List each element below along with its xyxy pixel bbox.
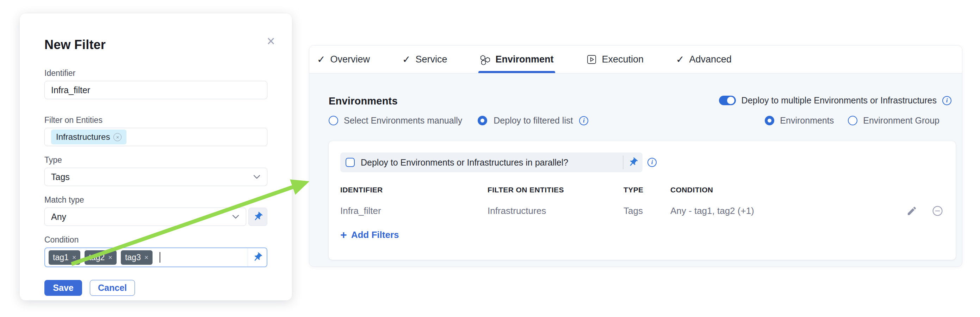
environments-heading: Environments bbox=[329, 95, 398, 107]
multi-env-toggle-label: Deploy to multiple Environments or Infra… bbox=[741, 95, 937, 106]
chevron-down-icon bbox=[232, 214, 240, 219]
radio-deploy-filtered[interactable]: Deploy to filtered list i bbox=[478, 115, 588, 126]
radio-environment-group[interactable]: Environment Group bbox=[848, 115, 940, 126]
filter-table-row: Infra_filter Infrastructures Tags Any - … bbox=[340, 205, 943, 216]
tab-label: Overview bbox=[330, 54, 370, 65]
match-type-select[interactable]: Any bbox=[45, 208, 246, 226]
tab-label: Environment bbox=[496, 54, 554, 65]
identifier-input[interactable]: Infra_filter bbox=[45, 81, 267, 99]
match-type-value: Any bbox=[51, 212, 66, 222]
cancel-button[interactable]: Cancel bbox=[90, 280, 135, 296]
tab-execution[interactable]: Execution bbox=[586, 46, 644, 73]
tab-environment[interactable]: Environment bbox=[480, 46, 554, 73]
type-select[interactable]: Tags bbox=[45, 168, 267, 186]
col-header-filter-on-entities: FILTER ON ENTITIES bbox=[488, 186, 624, 194]
entity-chip: Infrastructures × bbox=[51, 130, 126, 144]
radio-circle bbox=[329, 116, 338, 125]
chevron-down-icon bbox=[253, 175, 261, 179]
tab-advanced[interactable]: ✓ Advanced bbox=[676, 46, 732, 73]
type-value: Tags bbox=[51, 172, 70, 182]
tab-service[interactable]: ✓ Service bbox=[402, 46, 447, 73]
cell-type: Tags bbox=[624, 205, 670, 216]
radio-environments[interactable]: Environments bbox=[765, 115, 834, 126]
edit-filter-icon[interactable] bbox=[906, 205, 917, 216]
tab-label: Execution bbox=[602, 54, 644, 65]
identifier-value: Infra_filter bbox=[51, 85, 90, 95]
add-filters-label: Add Filters bbox=[351, 229, 399, 240]
tag-label: tag2 bbox=[89, 253, 105, 262]
col-header-type: TYPE bbox=[624, 186, 670, 194]
pin-icon bbox=[625, 155, 640, 170]
tag-remove-icon[interactable]: × bbox=[72, 254, 76, 261]
radio-select-manually[interactable]: Select Environments manually bbox=[329, 115, 462, 126]
radio-circle bbox=[478, 116, 487, 125]
execution-icon bbox=[586, 54, 597, 65]
check-icon: ✓ bbox=[402, 54, 410, 65]
add-filters-button[interactable]: + Add Filters bbox=[340, 229, 399, 240]
condition-label: Condition bbox=[45, 235, 267, 245]
cell-identifier: Infra_filter bbox=[340, 205, 488, 216]
environment-tab-content: Environments Deploy to multiple Environm… bbox=[309, 74, 962, 260]
pipeline-stage-panel: ✓ Overview ✓ Service Environment Executi… bbox=[309, 45, 963, 267]
type-label: Type bbox=[45, 155, 267, 165]
condition-tag: tag1 × bbox=[49, 250, 80, 265]
parallel-checkbox-label: Deploy to Environments or Infrastructure… bbox=[361, 157, 568, 168]
info-icon[interactable]: i bbox=[579, 116, 588, 125]
environment-icon bbox=[480, 54, 491, 65]
condition-input[interactable]: tag1 × tag2 × tag3 × bbox=[45, 247, 267, 267]
parallel-checkbox[interactable] bbox=[345, 158, 355, 167]
tab-label: Advanced bbox=[689, 54, 732, 65]
close-icon[interactable]: × bbox=[264, 34, 278, 48]
tab-label: Service bbox=[415, 54, 447, 65]
condition-tag: tag2 × bbox=[84, 250, 116, 265]
new-filter-modal: × New Filter Identifier Infra_filter Fil… bbox=[20, 13, 292, 300]
modal-title: New Filter bbox=[45, 37, 267, 52]
parallel-pin-button[interactable] bbox=[624, 152, 643, 172]
toggle-knob bbox=[727, 97, 735, 104]
info-icon[interactable]: i bbox=[648, 158, 657, 167]
stage-tabbar: ✓ Overview ✓ Service Environment Executi… bbox=[309, 46, 962, 74]
tag-label: tag1 bbox=[53, 253, 69, 262]
match-type-pin-button[interactable] bbox=[248, 208, 267, 226]
text-cursor bbox=[159, 252, 160, 263]
radio-label: Environments bbox=[780, 115, 834, 126]
cell-filter-on-entities: Infrastructures bbox=[488, 205, 624, 216]
filters-card: Deploy to Environments or Infrastructure… bbox=[329, 141, 956, 260]
radio-circle bbox=[848, 116, 858, 125]
info-icon[interactable]: i bbox=[942, 96, 951, 105]
filter-on-entities-label: Filter on Entities bbox=[45, 115, 267, 125]
radio-label: Deploy to filtered list bbox=[493, 115, 573, 126]
remove-filter-icon[interactable] bbox=[932, 205, 943, 216]
check-icon: ✓ bbox=[317, 54, 325, 65]
pin-icon bbox=[250, 209, 265, 224]
radio-circle bbox=[765, 116, 774, 125]
cell-condition: Any - tag1, tag2 (+1) bbox=[670, 205, 890, 216]
match-type-label: Match type bbox=[45, 195, 267, 205]
tab-overview[interactable]: ✓ Overview bbox=[317, 46, 370, 73]
entity-chip-label: Infrastructures bbox=[56, 132, 110, 142]
tag-label: tag3 bbox=[125, 253, 141, 262]
save-button[interactable]: Save bbox=[45, 280, 82, 296]
check-icon: ✓ bbox=[676, 54, 684, 65]
filters-table-header: IDENTIFIER FILTER ON ENTITIES TYPE CONDI… bbox=[340, 186, 943, 194]
parallel-checkbox-bar: Deploy to Environments or Infrastructure… bbox=[340, 152, 643, 172]
chip-remove-icon[interactable]: × bbox=[113, 133, 121, 141]
multi-env-toggle[interactable] bbox=[719, 96, 736, 105]
radio-label: Select Environments manually bbox=[344, 115, 462, 126]
col-header-identifier: IDENTIFIER bbox=[340, 186, 488, 194]
radio-label: Environment Group bbox=[863, 115, 940, 126]
filter-on-entities-input[interactable]: Infrastructures × bbox=[45, 128, 267, 146]
tag-remove-icon[interactable]: × bbox=[145, 254, 149, 261]
condition-tag: tag3 × bbox=[121, 250, 153, 265]
condition-pin-button[interactable] bbox=[248, 248, 267, 267]
col-header-condition: CONDITION bbox=[670, 186, 890, 194]
identifier-label: Identifier bbox=[45, 69, 267, 78]
pin-icon bbox=[250, 250, 264, 265]
tag-remove-icon[interactable]: × bbox=[108, 254, 112, 261]
plus-icon: + bbox=[340, 229, 347, 240]
